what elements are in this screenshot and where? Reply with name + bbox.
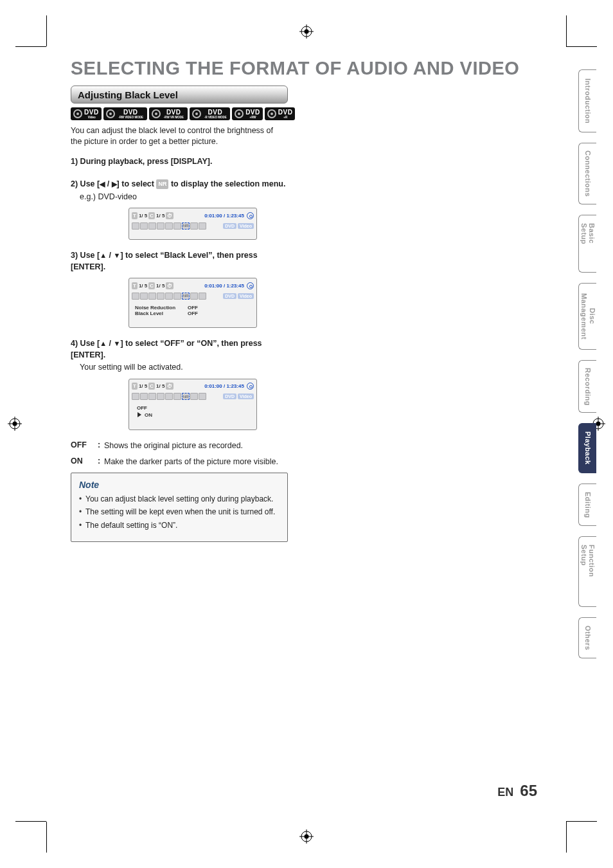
registration-mark-icon [299,24,314,39]
side-tab-basic-setup[interactable]: Basic Setup [578,215,596,273]
osd-toggle-off: OFF [137,405,147,411]
osd-clock-icon: ⏱ [166,212,173,219]
section-heading-text: Adjusting Black Level [78,89,178,100]
definitions-list: OFF:Shows the original picture as record… [71,440,289,467]
svg-point-7 [305,835,309,839]
def-key: ON [71,457,98,466]
footer-page-number: 65 [520,782,537,800]
note-box: Note You can adjust black level setting … [71,473,288,542]
disc-icon [152,109,161,118]
right-arrow-icon: ▶ [112,179,117,189]
crop-mark [566,46,597,47]
disc-badge: DVDVideo [71,107,102,120]
note-list: You can adjust black level setting only … [79,494,280,531]
svg-point-15 [596,422,601,426]
compatible-disc-badges: DVDVideoDVD-RW VIDEO MODEDVD-RW VR MODED… [71,107,555,120]
disc-icon [73,109,82,118]
side-tab-function-setup[interactable]: Function Setup [578,536,596,607]
step-subtext: Your setting will be activated. [80,362,289,374]
section-heading-bar: Adjusting Black Level [71,86,288,104]
side-tab-connections[interactable]: Connections [578,143,596,204]
page-footer: EN 65 [497,782,537,800]
up-arrow-icon: ▲ [100,251,107,260]
crop-mark [46,15,47,46]
side-tab-nav: IntroductionConnectionsBasic SetupDiscMa… [578,69,596,658]
svg-point-11 [13,422,17,426]
crop-mark [15,821,46,822]
note-item: The default setting is “ON”. [79,520,280,531]
osd-preview-1: T 1/ 5 C 1/ 5 ⏱ 0:01:00 / 1:23:45 NR DVD… [129,208,257,240]
osd-menu-label: Noise Reduction [135,305,184,311]
osd-nr-icon: NR [182,222,190,230]
side-tab-recording[interactable]: Recording [578,360,596,413]
osd-icon-row: NR DVDVideo [132,221,254,230]
def-value: Shows the original picture as recorded. [104,440,289,451]
side-tab-disc-management[interactable]: DiscManagement [578,283,596,350]
disc-icon [267,109,276,118]
disc-icon [106,109,115,118]
step-text: Use [▲ / ▼] to select “OFF” or “ON”, the… [71,339,262,359]
side-tab-introduction[interactable]: Introduction [578,69,596,132]
side-tab-editing[interactable]: Editing [578,484,596,526]
svg-point-3 [305,30,309,34]
osd-c-chip: C [148,212,155,219]
crop-mark [566,821,597,822]
step-4: 4) Use [▲ / ▼] to select “OFF” or “ON”, … [71,338,289,374]
step-text: Use [▲ / ▼] to select “Black Level”, the… [71,251,258,271]
step-text: During playback, press [DISPLAY]. [80,157,213,166]
osd-menu: Noise ReductionOFF Black LevelOFF [132,303,254,318]
disc-badge: DVD+RW [232,107,263,120]
side-tab-playback[interactable]: Playback [578,423,596,473]
step-2: 2) Use [◀ / ▶] to select NR to display t… [71,179,289,203]
crop-mark [15,46,46,47]
osd-dvd-badge: DVD [223,223,236,229]
up-arrow-icon: ▲ [100,339,107,348]
osd-video-badge: Video [238,223,254,229]
note-item: You can adjust black level setting only … [79,494,280,505]
side-tab-others[interactable]: Others [578,617,596,658]
footer-language: EN [497,786,513,799]
crop-mark [46,822,47,853]
osd-toggle-on: ON [145,412,152,418]
def-value: Make the darker parts of the picture mor… [104,457,289,467]
step-number: 4) [71,339,78,348]
osd-time: 0:01:00 / 1:23:45 [204,213,244,219]
disc-badge: DVD+R [265,107,296,120]
caret-right-icon [137,412,142,417]
crop-mark [566,822,567,853]
intro-paragraph: You can adjust the black level to contro… [71,125,286,147]
step-number: 2) [71,179,78,188]
registration-mark-icon [299,829,314,844]
disc-icon [235,109,244,118]
page-content: SELECTING THE FORMAT OF AUDIO AND VIDEO … [46,46,567,822]
disc-badge: DVD-R VIDEO MODE [190,107,231,120]
down-arrow-icon: ▼ [114,251,121,260]
osd-preview-2: T 1/ 5 C 1/ 5 ⏱ 0:01:00 / 1:23:45 NR DVD… [129,278,257,328]
step-text: Use [◀ / ▶] to select NR to display the … [80,179,286,188]
osd-t-value: 1/ 5 [139,213,147,219]
disc-icon [192,109,201,118]
osd-preview-3: T 1/ 5 C 1/ 5 ⏱ 0:01:00 / 1:23:45 NR DVD… [129,379,257,430]
step-number: 1) [71,157,78,166]
osd-t-chip: T [132,212,138,219]
osd-c-value: 1/ 5 [156,213,164,219]
step-3: 3) Use [▲ / ▼] to select “Black Level”, … [71,250,289,273]
osd-speaker-icon [247,212,254,219]
note-title: Note [79,480,280,490]
disc-badge: DVD-RW VR MODE [149,107,188,120]
step-subtext: e.g.) DVD-video [80,192,289,203]
left-arrow-icon: ◀ [100,179,105,189]
step-number: 3) [71,251,78,260]
registration-mark-icon [8,417,22,431]
def-key: OFF [71,440,98,449]
page-title: SELECTING THE FORMAT OF AUDIO AND VIDEO [71,58,555,79]
note-item: The setting will be kept even when the u… [79,507,280,518]
osd-toggle: OFF ON [132,402,254,420]
step-1: 1) During playback, press [DISPLAY]. [71,156,289,168]
crop-mark [566,15,567,46]
osd-menu-value: OFF [188,311,198,316]
osd-menu-value: OFF [188,305,198,311]
osd-menu-label: Black Level [135,311,184,316]
disc-badge: DVD-RW VIDEO MODE [103,107,147,120]
nr-chip-icon: NR [156,179,168,189]
